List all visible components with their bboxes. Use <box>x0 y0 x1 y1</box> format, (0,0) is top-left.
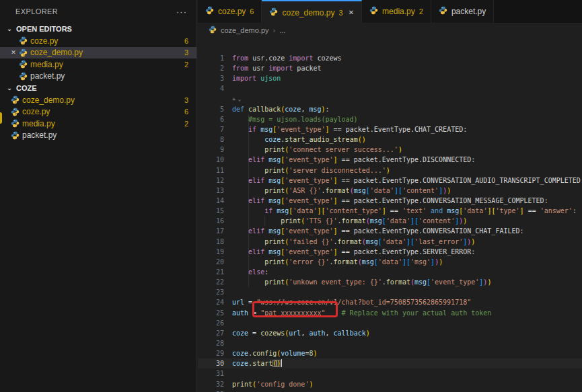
explorer-more-actions-icon[interactable]: ··· <box>176 7 187 17</box>
code-line-18[interactable]: 18 print('failed {}'.format(msg['data'][… <box>198 237 582 247</box>
code-line-8[interactable]: 8 coze.start_audio_stream() <box>198 134 582 145</box>
code-line-24[interactable]: 24url = "wss://ws.coze.cn/v1/chat?bot_id… <box>198 297 582 307</box>
indent-guide <box>264 216 265 226</box>
inline-suggestion-row[interactable]: ✳⌄ <box>198 94 582 104</box>
code-line-23[interactable]: 23 <box>198 287 582 297</box>
code-line-20[interactable]: 20 print('error {}'.format(msg['data']['… <box>198 257 582 267</box>
code-line-6[interactable]: 6 #msg = ujson.loads(payload) <box>198 114 582 124</box>
sparkle-icon[interactable]: ✳ <box>232 94 235 104</box>
code-line-31[interactable]: 31 <box>198 368 582 379</box>
chevron-down-icon[interactable]: ⌄ <box>238 94 241 104</box>
code-line-1[interactable]: 1from usr.coze import cozews <box>198 53 582 63</box>
code-line-9[interactable]: 9 print('connect server success...') <box>198 145 582 155</box>
line-number: 28 <box>198 338 224 348</box>
line-number: 8 <box>198 134 224 145</box>
problem-count-badge: 2 <box>419 7 423 15</box>
chevron-right-icon: › <box>273 26 276 34</box>
code-line-16[interactable]: 16 print('TTS {}'.format(msg['data']['co… <box>198 216 582 226</box>
python-icon <box>19 60 30 69</box>
line-number: 14 <box>198 196 224 206</box>
tab-label: packet.py <box>451 7 486 16</box>
code-line-10[interactable]: 10 elif msg['event_type'] == packet.Even… <box>198 155 582 165</box>
code-line-27[interactable]: 27coze = cozews(url, auth, callback) <box>198 328 582 338</box>
line-number: 26 <box>198 318 224 328</box>
code-line-17[interactable]: 17 elif msg['event_type'] == packet.Even… <box>198 226 582 236</box>
editor-tab-bar: coze.py6coze_demo.py3✕media.py2packet.py <box>198 0 582 24</box>
line-number: 18 <box>198 237 224 247</box>
code-line-5[interactable]: 5def callback(coze, msg): <box>198 104 582 114</box>
code-line-25[interactable]: 25auth = "pat_xxxxxxxxxx" # Replace with… <box>198 308 582 318</box>
python-icon <box>209 26 217 35</box>
tab-packet.py[interactable]: packet.py <box>431 0 494 23</box>
problem-count-badge: 3 <box>182 96 188 104</box>
code-line-21[interactable]: 21 else: <box>198 267 582 277</box>
code-line-4[interactable]: 4 <box>198 83 582 93</box>
line-number: 11 <box>198 165 224 175</box>
code-editor[interactable]: 1from usr.coze import cozews2from usr im… <box>198 37 582 392</box>
tree-file-packet.py[interactable]: packet.py <box>0 130 196 142</box>
breadcrumb-more[interactable]: ... <box>279 26 285 34</box>
line-number: 23 <box>198 287 224 297</box>
tab-media.py[interactable]: media.py2 <box>362 0 431 23</box>
line-number: 32 <box>198 379 224 389</box>
code-line-13[interactable]: 13 print('ASR {}'.format(msg['data']['co… <box>198 186 582 196</box>
open-editor-coze.py[interactable]: coze.py6 <box>0 35 196 47</box>
line-number: 17 <box>198 226 224 236</box>
chevron-down-icon: ⌄ <box>5 26 13 32</box>
line-number: 9 <box>198 145 224 155</box>
python-icon <box>11 108 22 116</box>
code-line-19[interactable]: 19 elif msg['event_type'] == packet.Even… <box>198 247 582 257</box>
code-line-11[interactable]: 11 print('server disconnected...') <box>198 165 582 175</box>
code-line-7[interactable]: 7 if msg['event_type'] == packet.EventTy… <box>198 124 582 134</box>
section-header-coze[interactable]: ⌄COZE <box>0 82 196 94</box>
line-number: 4 <box>198 83 224 93</box>
open-editor-coze_demo.py[interactable]: ✕coze_demo.py3 <box>0 47 196 59</box>
explorer-title: EXPLORER <box>15 7 176 15</box>
close-icon[interactable]: ✕ <box>349 9 354 16</box>
python-icon <box>369 6 378 17</box>
code-line-3[interactable]: 3import ujson <box>198 73 582 83</box>
code-line-32[interactable]: 32print('config done') <box>198 379 582 389</box>
line-number: 20 <box>198 257 224 267</box>
open-editor-packet.py[interactable]: packet.py <box>0 71 196 83</box>
problem-count-badge: 6 <box>250 7 254 15</box>
code-line-28[interactable]: 28 <box>198 338 582 348</box>
code-line-14[interactable]: 14 elif msg['event_type'] == packet.Even… <box>198 196 582 206</box>
close-icon[interactable]: ✕ <box>8 49 19 56</box>
open-editor-media.py[interactable]: media.py2 <box>0 58 196 71</box>
code-line-12[interactable]: 12 elif msg['event_type'] == packet.Even… <box>198 175 582 186</box>
vscode-window: EXPLORER ··· ⌄OPEN EDITORScoze.py6✕coze_… <box>0 0 582 392</box>
tree-file-coze_demo.py[interactable]: coze_demo.py3 <box>0 94 196 106</box>
problem-count-badge: 2 <box>182 120 188 128</box>
code-line-30[interactable]: 30coze.start() <box>198 358 582 368</box>
line-number: 6 <box>198 114 224 124</box>
code-line-22[interactable]: 22 print('unkown event_type: {}'.format(… <box>198 277 582 287</box>
python-icon <box>11 95 22 104</box>
indent-guide <box>248 114 249 287</box>
line-number: 16 <box>198 216 224 226</box>
line-number: 31 <box>198 368 224 379</box>
tab-coze_demo.py[interactable]: coze_demo.py3✕ <box>262 0 362 24</box>
code-line-33[interactable]: 33 <box>198 389 582 392</box>
explorer-sidebar: EXPLORER ··· ⌄OPEN EDITORScoze.py6✕coze_… <box>0 0 197 392</box>
line-number: 5 <box>198 104 224 114</box>
python-icon <box>19 72 30 81</box>
tab-coze.py[interactable]: coze.py6 <box>198 0 262 23</box>
breadcrumb-file[interactable]: coze_demo.py <box>221 26 269 34</box>
code-line-29[interactable]: 29coze.config(volume=8) <box>198 348 582 358</box>
tree-file-media.py[interactable]: media.py2 <box>0 118 196 130</box>
section-header-open-editors[interactable]: ⌄OPEN EDITORS <box>0 23 196 35</box>
line-number: 27 <box>198 328 224 338</box>
code-line-15[interactable]: 15 if msg['data']['content_type'] == 'te… <box>198 206 582 216</box>
breadcrumb: coze_demo.py › ... <box>198 24 582 37</box>
file-name: media.py <box>22 119 182 128</box>
editor-group: coze.py6coze_demo.py3✕media.py2packet.py… <box>198 0 582 392</box>
line-number: 22 <box>198 277 224 287</box>
tree-file-coze.py[interactable]: coze.py6 <box>0 106 196 118</box>
code-line-26[interactable]: 26 <box>198 318 582 328</box>
left-edge-activity-badge <box>0 112 2 124</box>
code-line-2[interactable]: 2from usr import packet <box>198 63 582 73</box>
file-name: coze_demo.py <box>30 48 182 57</box>
line-number: 19 <box>198 247 224 257</box>
line-number: 10 <box>198 155 224 165</box>
